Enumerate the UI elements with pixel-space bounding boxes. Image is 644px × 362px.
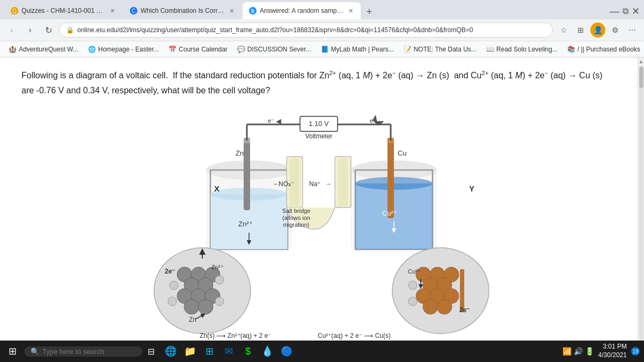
tab-label-quizzes: Quizzes - CHM-1410-001 30293 [21,7,106,14]
taskbar-app-dropbox[interactable]: 💧 [259,343,276,360]
svg-point-56 [215,297,224,306]
collections-icon[interactable]: ⊞ [573,23,588,38]
svg-text:e⁻: e⁻ [268,117,274,124]
tab-favicon-combination: C [130,7,137,14]
svg-rect-74 [460,269,464,312]
tab-close-quizzes[interactable]: × [109,6,116,15]
taskbar-search[interactable]: 🔍 [24,346,142,357]
bookmark-star-icon[interactable]: ☆ [556,23,571,38]
extensions-icon[interactable]: ⚙ [608,23,623,38]
network-icon[interactable]: 📶 [562,347,572,356]
voltaic-cell-diagram: ← NO₃⁻ Na⁺ → Salt bridge (allows ion mig… [131,108,507,355]
bookmark-icon-solo: 📖 [486,46,494,53]
svg-point-53 [198,299,213,314]
bookmark-label-adventurequest: AdventureQuest W... [19,46,78,53]
bookmark-label-discussion: DISCUSSION Sever... [247,46,311,53]
scroll-up-arrow[interactable]: ▲ [639,58,644,64]
svg-text:Zn²⁺: Zn²⁺ [211,264,224,270]
minimize-button[interactable]: — [610,6,619,17]
bookmark-adventurequest[interactable]: 🏰 AdventureQuest W... [4,45,83,54]
svg-text:Salt bridge: Salt bridge [282,208,311,214]
tab-close-answered[interactable]: × [348,6,354,15]
taskbar-app-edge[interactable]: 🌐 [162,343,179,360]
toolbar-icons: ☆ ⊞ 👤 ⚙ ⋯ [556,23,640,38]
new-tab-button[interactable]: + [362,4,377,19]
svg-text:Y: Y [469,184,474,193]
bookmark-label-ebooks: / || Purchased eBooks [577,46,640,53]
svg-text:2e⁻: 2e⁻ [459,306,470,314]
start-button[interactable]: ⊞ [4,345,21,357]
taskbar-search-input[interactable] [42,348,128,356]
settings-icon[interactable]: ⋯ [625,23,640,38]
svg-text:Cu²⁺: Cu²⁺ [382,209,397,217]
bookmark-mylab[interactable]: 📘 MyLab Math | Pears... [317,45,398,54]
bookmark-ebooks[interactable]: 📚 / || Purchased eBooks [563,45,644,54]
tab-answered[interactable]: b Answered: A random sample of × [243,2,361,19]
svg-point-54 [170,281,178,290]
scroll-thumb[interactable] [639,67,643,88]
svg-text:Zn: Zn [189,316,196,323]
bookmark-note[interactable]: 📝 NOTE: The Data Us... [399,45,481,54]
bookmark-icon-note: 📝 [404,46,412,53]
bookmark-label-mylab: MyLab Math | Pears... [331,46,394,53]
bookmarks-bar: 🏰 AdventureQuest W... 🌐 Homepage - Easte… [0,41,644,57]
bookmark-icon-homepage: 🌐 [88,46,96,53]
back-button[interactable]: ‹ [4,23,19,38]
taskbar-app-files[interactable]: 📁 [181,343,199,360]
tab-favicon-answered: b [249,7,257,14]
window-controls: — ⧉ ✕ [610,5,640,19]
svg-point-55 [215,276,224,284]
taskbar-right: 📶 🔊 🔋 3:01 PM 4/30/2021 19 [562,343,640,359]
tab-quizzes[interactable]: Q Quizzes - CHM-1410-001 30293 × [4,2,122,19]
system-icons: 📶 🔊 🔋 [562,347,594,356]
taskbar-app-dollar[interactable]: $ [239,343,257,360]
forward-button[interactable]: › [23,23,38,38]
svg-text:Zn: Zn [236,149,244,157]
tab-bar: Q Quizzes - CHM-1410-001 30293 × C Which… [0,0,644,19]
tab-which-combination[interactable]: C Which Combination Is Correct Fo × [123,2,241,19]
taskbar-clock[interactable]: 3:01 PM 4/30/2021 [598,343,627,359]
notification-center[interactable]: 19 [631,347,640,356]
svg-text:Voltmeter: Voltmeter [305,132,333,140]
taskbar-apps: 🌐 📁 ⊞ ✉ $ 💧 🔵 [162,343,295,360]
diagram-container: ← NO₃⁻ Na⁺ → Salt bridge (allows ion mig… [21,108,616,355]
svg-text:2e⁻: 2e⁻ [165,268,175,275]
notification-badge: 19 [631,347,640,356]
taskbar-task-view[interactable]: ⊟ [145,346,157,357]
bookmark-label-calendar: Course Calendar [179,46,228,53]
taskbar-app-store[interactable]: ⊞ [201,343,218,360]
bookmark-label-note: NOTE: The Data Us... [414,46,477,53]
reload-button[interactable]: ↻ [41,23,56,38]
bookmark-icon-mylab: 📘 [321,46,329,53]
taskbar-search-icon: 🔍 [31,348,39,356]
svg-text:(allows ion: (allows ion [282,215,310,221]
tab-close-combination[interactable]: × [229,6,235,15]
svg-point-71 [437,299,452,314]
svg-rect-21 [244,141,250,210]
svg-text:1.10 V: 1.10 V [309,120,329,128]
svg-text:X: X [214,184,219,193]
date-display: 4/30/2021 [598,351,627,360]
scroll-track[interactable] [639,67,643,353]
restore-button[interactable]: ⧉ [623,6,628,16]
address-input-container[interactable]: 🔒 online.eiu.edu/d2l/lms/quizzing/user/a… [59,23,553,38]
bookmark-calendar[interactable]: 📅 Course Calendar [164,45,232,54]
url-text[interactable]: online.eiu.edu/d2l/lms/quizzing/user/att… [77,26,473,34]
svg-text:→: → [325,180,332,188]
content-area: Following is a diagram of a voltaic cell… [0,57,644,362]
bookmark-discussion[interactable]: 💬 DISCUSSION Sever... [233,45,316,54]
scrollbar[interactable]: ▲ ▼ [638,57,644,362]
svg-text:Cu²⁺(aq) + 2 e⁻ ⟶ Cu(s): Cu²⁺(aq) + 2 e⁻ ⟶ Cu(s) [318,332,391,339]
battery-icon[interactable]: 🔋 [585,347,594,356]
taskbar-app-mail[interactable]: ✉ [220,343,237,360]
profile-icon[interactable]: 👤 [590,23,605,38]
taskbar-app-chrome[interactable]: 🔵 [278,343,295,360]
svg-rect-23 [387,141,394,218]
quiz-content: Following is a diagram of a voltaic cell… [0,57,638,362]
bookmark-homepage[interactable]: 🌐 Homepage - Easter... [84,45,163,54]
svg-rect-13 [338,158,348,206]
volume-icon[interactable]: 🔊 [574,347,583,356]
close-button[interactable]: ✕ [632,5,640,17]
bookmark-read-solo[interactable]: 📖 Read Solo Leveling... [482,45,562,54]
svg-point-72 [408,281,417,290]
